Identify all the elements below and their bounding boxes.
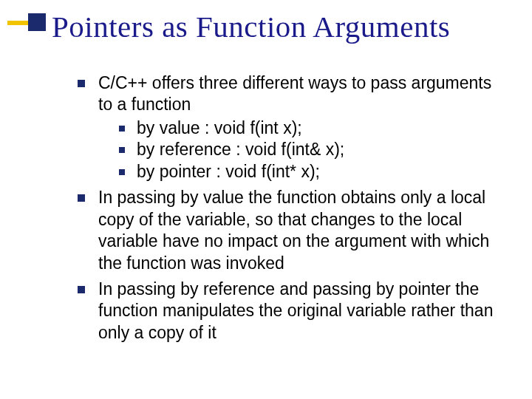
slide-body: C/C++ offers three different ways to pas… bbox=[78, 72, 510, 344]
list-item-text: by pointer : void f(int* x); bbox=[137, 162, 320, 181]
sub-list: by value : void f(int x); by reference :… bbox=[119, 117, 510, 183]
list-item: by value : void f(int x); bbox=[119, 117, 510, 139]
list-item: by reference : void f(int& x); bbox=[119, 139, 510, 160]
title-row: Pointers as Function Arguments bbox=[0, 0, 532, 50]
list-item: In passing by value the function obtains… bbox=[78, 187, 510, 274]
list-item-text: by value : void f(int x); bbox=[137, 118, 302, 137]
list-item-text: In passing by reference and passing by p… bbox=[98, 279, 493, 342]
list-item: by pointer : void f(int* x); bbox=[119, 161, 510, 183]
list-item-text: C/C++ offers three different ways to pas… bbox=[98, 73, 491, 114]
bullet-list: C/C++ offers three different ways to pas… bbox=[78, 72, 510, 344]
slide: Pointers as Function Arguments C/C++ off… bbox=[0, 0, 532, 399]
slide-title: Pointers as Function Arguments bbox=[52, 9, 532, 44]
list-item-text: In passing by value the function obtains… bbox=[98, 188, 489, 272]
accent-square-blue bbox=[28, 13, 46, 31]
list-item: C/C++ offers three different ways to pas… bbox=[78, 72, 510, 183]
list-item-text: by reference : void f(int& x); bbox=[137, 140, 344, 159]
list-item: In passing by reference and passing by p… bbox=[78, 279, 510, 344]
